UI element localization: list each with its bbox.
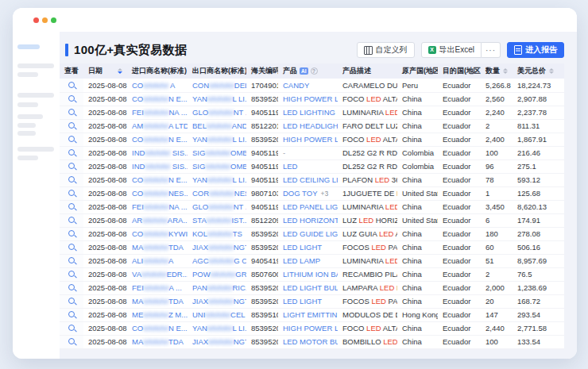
importer-link[interactable]: MAMMMMTDA: [127, 335, 188, 348]
sidebar-item-placeholder[interactable]: [17, 147, 54, 152]
view-search-icon[interactable]: [68, 176, 75, 183]
importer-link[interactable]: COMMMMKYWI...: [127, 227, 188, 240]
importer-link[interactable]: ARMMMMARA...: [127, 213, 188, 227]
sidebar-item-placeholder[interactable]: [17, 93, 54, 98]
view-cell[interactable]: [60, 213, 83, 227]
exporter-link[interactable]: GLOMMMMNT ...: [188, 106, 246, 119]
view-cell[interactable]: [60, 160, 83, 173]
exporter-link[interactable]: STAMMMMIST...: [188, 213, 246, 227]
product-link[interactable]: CANDY: [278, 79, 338, 92]
close-window-icon[interactable]: [33, 17, 39, 23]
exporter-link[interactable]: YANMMMML LI...: [188, 173, 246, 186]
sort-toggle-icon[interactable]: [549, 68, 554, 75]
exporter-link[interactable]: CONMMMMDEL ...: [188, 79, 246, 92]
view-search-icon[interactable]: [68, 284, 75, 290]
importer-link[interactable]: AMMMMMA LTDA: [127, 119, 188, 133]
view-search-icon[interactable]: [68, 163, 75, 169]
view-search-icon[interactable]: [68, 338, 75, 344]
view-cell[interactable]: [60, 254, 83, 267]
product-link[interactable]: LED MOTOR BULB: [278, 335, 338, 348]
view-search-icon[interactable]: [68, 230, 75, 236]
sidebar-item-placeholder[interactable]: [17, 131, 36, 136]
sidebar-item-placeholder[interactable]: [17, 114, 43, 119]
view-search-icon[interactable]: [68, 109, 75, 115]
zoom-window-icon[interactable]: [51, 17, 56, 23]
product-link[interactable]: DOG TOY+3: [278, 186, 338, 200]
view-search-icon[interactable]: [68, 244, 75, 250]
view-cell[interactable]: [60, 240, 83, 254]
product-link[interactable]: HIGH POWER LED F: [278, 92, 338, 106]
exporter-link[interactable]: YANMMMML LI...: [188, 133, 246, 146]
product-link[interactable]: LED LIGHTING+1: [278, 106, 338, 119]
view-cell[interactable]: [60, 294, 83, 308]
view-cell[interactable]: [60, 173, 83, 186]
sidebar-item-placeholder[interactable]: [17, 102, 38, 107]
view-search-icon[interactable]: [68, 190, 75, 196]
col-header-date[interactable]: 日期: [83, 63, 127, 79]
sort-toggle-icon[interactable]: [503, 68, 508, 75]
product-link[interactable]: -: [278, 146, 338, 160]
col-header-usd_total[interactable]: 美元总价: [513, 63, 564, 79]
exporter-link[interactable]: SIGMMMMOMB...: [188, 160, 246, 173]
view-search-icon[interactable]: [68, 271, 75, 277]
exporter-link[interactable]: UNIMMMMCEL ...: [188, 308, 246, 321]
exporter-link[interactable]: PANMMMMRIC...: [188, 281, 246, 294]
exporter-link[interactable]: JIAXMMMMNGT...: [188, 294, 246, 308]
view-search-icon[interactable]: [68, 257, 75, 263]
importer-link[interactable]: COMMMMN E...: [127, 173, 188, 186]
importer-link[interactable]: MAMMMMTDA: [127, 294, 188, 308]
importer-link[interactable]: INDMMMM SIS...: [127, 146, 188, 160]
view-search-icon[interactable]: [68, 82, 75, 88]
col-header-exporter[interactable]: 出口商名称(标准): [188, 63, 246, 79]
product-link[interactable]: LED LIGHT: [278, 294, 338, 308]
exporter-link[interactable]: BELMMMMAND...: [188, 119, 246, 133]
view-search-icon[interactable]: [68, 136, 75, 142]
importer-link[interactable]: COMMMMN E...: [127, 321, 188, 335]
view-cell[interactable]: [60, 227, 83, 240]
view-cell[interactable]: [60, 133, 83, 146]
col-header-importer[interactable]: 进口商名称(标准): [127, 63, 188, 79]
view-cell[interactable]: [60, 119, 83, 133]
sidebar-item-placeholder[interactable]: [17, 72, 38, 77]
view-cell[interactable]: [60, 92, 83, 106]
view-cell[interactable]: [60, 267, 83, 281]
view-cell[interactable]: [60, 335, 83, 348]
importer-link[interactable]: COMMMMN E...: [127, 92, 188, 106]
importer-link[interactable]: COMMMMNES...: [127, 186, 188, 200]
importer-link[interactable]: ALIMMMMA: [127, 254, 188, 267]
product-link[interactable]: LED GUIDE LIGHT T: [278, 227, 338, 240]
product-link[interactable]: LED HORIZONTAL L: [278, 213, 338, 227]
exporter-link[interactable]: YANMMMML LI...: [188, 92, 246, 106]
importer-link[interactable]: MAMMMMTDA: [127, 240, 188, 254]
importer-link[interactable]: FEIMMMMNA ...: [127, 106, 188, 119]
view-cell[interactable]: [60, 308, 83, 321]
product-link[interactable]: LIGHT EMITTIN+1: [278, 308, 338, 321]
sidebar-item-placeholder[interactable]: [17, 44, 40, 49]
minimize-window-icon[interactable]: [42, 17, 48, 23]
exporter-link[interactable]: JIAXMMMMNGT...: [188, 240, 246, 254]
product-link[interactable]: LED: [278, 160, 338, 173]
product-link[interactable]: LITHIUM ION BATTE: [278, 267, 338, 281]
exporter-link[interactable]: CORMMMMNES...: [188, 186, 246, 200]
custom-columns-button[interactable]: 自定义列: [357, 42, 415, 58]
view-cell[interactable]: [60, 281, 83, 294]
product-link[interactable]: LED LAMP: [278, 254, 338, 267]
sidebar-item-placeholder[interactable]: [17, 63, 54, 68]
info-icon[interactable]: ?: [311, 67, 318, 75]
sidebar-item-placeholder[interactable]: [17, 156, 38, 160]
export-excel-button[interactable]: X 导出Excel: [421, 42, 482, 58]
exporter-link[interactable]: AGCMMMMG C...: [188, 254, 246, 267]
importer-link[interactable]: FEIMMMMNA ...: [127, 200, 188, 213]
view-search-icon[interactable]: [68, 217, 75, 223]
product-link[interactable]: LED LIGHT BULB: [278, 281, 338, 294]
view-search-icon[interactable]: [68, 298, 75, 304]
importer-link[interactable]: COMMMMN E...: [127, 133, 188, 146]
product-link[interactable]: LED LIGHT: [278, 240, 338, 254]
exporter-link[interactable]: SIGMMMMOMB...: [188, 146, 246, 160]
view-search-icon[interactable]: [68, 149, 75, 156]
view-cell[interactable]: [60, 146, 83, 160]
view-cell[interactable]: [60, 79, 83, 92]
product-link[interactable]: HIGH POWER LED F: [278, 321, 338, 335]
sort-toggle-icon[interactable]: [118, 68, 122, 75]
view-search-icon[interactable]: [68, 203, 75, 209]
